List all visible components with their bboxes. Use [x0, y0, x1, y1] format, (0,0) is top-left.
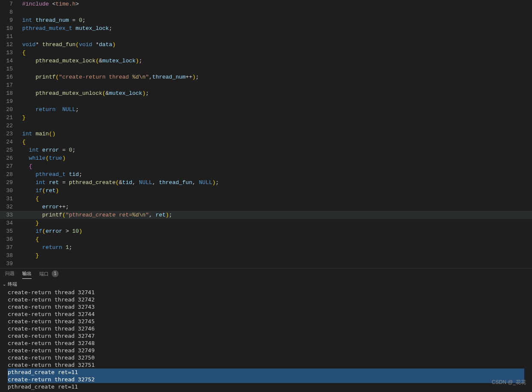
code-content: pthread_mutex_lock(&mutex_lock);: [22, 57, 532, 65]
code-content: pthread_mutex_unlock(&mutex_lock);: [22, 89, 532, 97]
terminal-line: create-return thread 32743: [8, 303, 524, 310]
line-number: 32: [0, 203, 22, 211]
terminal-section-header[interactable]: ⌄ 终端: [0, 280, 532, 288]
line-number: 25: [0, 146, 22, 154]
terminal-output[interactable]: create-return thread 32741create-return …: [0, 288, 532, 392]
code-line[interactable]: 23int main(): [0, 130, 532, 138]
code-content: void* thread_fun(void *data): [22, 41, 532, 49]
code-content: if(ret): [22, 187, 532, 195]
code-line[interactable]: 25 int error = 0;: [0, 146, 532, 154]
code-content: }: [22, 252, 532, 260]
code-line[interactable]: 37 return 1;: [0, 243, 532, 252]
terminal-line: create-return thread 32741: [8, 289, 524, 296]
badge-port-count: 1: [52, 270, 59, 277]
tab-output[interactable]: 输出: [22, 270, 32, 279]
code-line[interactable]: 20 return NULL;: [0, 105, 532, 114]
line-number: 35: [0, 227, 22, 235]
line-number: 16: [0, 73, 22, 81]
line-number: 26: [0, 154, 22, 162]
code-content: while(true): [22, 154, 532, 162]
code-content: int error = 0;: [22, 146, 532, 154]
code-line[interactable]: 34 }: [0, 219, 532, 227]
line-number: 15: [0, 65, 22, 73]
line-number: 9: [0, 16, 22, 24]
line-number: 21: [0, 114, 22, 122]
code-content: {: [22, 195, 532, 203]
code-line[interactable]: 9int thread_num = 0;: [0, 16, 532, 24]
code-line[interactable]: 29 int ret = pthread_create(&tid, NULL, …: [0, 178, 532, 187]
code-line[interactable]: 7#include <time.h>: [0, 0, 532, 8]
code-line[interactable]: 14 pthread_mutex_lock(&mutex_lock);: [0, 57, 532, 65]
tab-ports[interactable]: 端口 1: [39, 270, 59, 279]
code-line[interactable]: 32 error++;: [0, 203, 532, 211]
code-line[interactable]: 11: [0, 32, 532, 41]
code-content: {: [22, 138, 532, 146]
terminal-line: create-return thread 32745: [8, 318, 524, 325]
code-line[interactable]: 10pthread_mutex_t mutex_lock;: [0, 24, 532, 32]
terminal-line: pthread_create ret=11: [8, 383, 524, 390]
code-content: [22, 32, 532, 41]
code-line[interactable]: 17: [0, 81, 532, 89]
code-content: }: [22, 219, 532, 227]
line-number: 27: [0, 162, 22, 170]
code-content: return NULL;: [22, 105, 532, 114]
terminal-line: create-return thread 32752: [8, 376, 524, 383]
code-content: {: [22, 235, 532, 243]
code-content: int main(): [22, 130, 532, 138]
line-number: 13: [0, 49, 22, 57]
code-line[interactable]: 21}: [0, 114, 532, 122]
line-number: 17: [0, 81, 22, 89]
code-line[interactable]: 36 {: [0, 235, 532, 243]
line-number: 34: [0, 219, 22, 227]
line-number: 18: [0, 89, 22, 97]
line-number: 22: [0, 122, 22, 130]
terminal-line: create-return thread 32742: [8, 296, 524, 303]
panel-tabs: 问题 输出 端口 1: [0, 268, 532, 280]
code-line[interactable]: 35 if(error > 10): [0, 227, 532, 235]
code-line[interactable]: 30 if(ret): [0, 187, 532, 195]
terminal-line: create-return thread 32744: [8, 310, 524, 318]
code-content: int thread_num = 0;: [22, 16, 532, 24]
code-line[interactable]: 27 {: [0, 162, 532, 170]
code-content: [22, 97, 532, 105]
code-line[interactable]: 26 while(true): [0, 154, 532, 162]
line-number: 20: [0, 105, 22, 114]
code-line[interactable]: 12void* thread_fun(void *data): [0, 41, 532, 49]
code-line[interactable]: 8: [0, 8, 532, 16]
code-line[interactable]: 13{: [0, 49, 532, 57]
code-content: [22, 81, 532, 89]
line-number: 36: [0, 235, 22, 243]
line-number: 7: [0, 0, 22, 8]
code-line[interactable]: 18 pthread_mutex_unlock(&mutex_lock);: [0, 89, 532, 97]
code-content: [22, 65, 532, 73]
line-number: 31: [0, 195, 22, 203]
code-line[interactable]: 22: [0, 122, 532, 130]
code-line[interactable]: 15: [0, 65, 532, 73]
line-number: 19: [0, 97, 22, 105]
code-content: #include <time.h>: [22, 0, 532, 8]
code-content: }: [22, 114, 532, 122]
code-line[interactable]: 33 printf("pthread_create ret=%d\n", ret…: [0, 211, 532, 219]
line-number: 28: [0, 170, 22, 178]
code-line[interactable]: 24{: [0, 138, 532, 146]
code-content: {: [22, 162, 532, 170]
code-line[interactable]: 28 pthread_t tid;: [0, 170, 532, 178]
code-line[interactable]: 39: [0, 260, 532, 268]
code-line[interactable]: 19: [0, 97, 532, 105]
code-content: printf("pthread_create ret=%d\n", ret);: [22, 211, 532, 219]
line-number: 30: [0, 187, 22, 195]
code-line[interactable]: 16 printf("create-return thread %d\n",th…: [0, 73, 532, 81]
terminal-line: create-return thread 32751: [8, 361, 524, 369]
code-line[interactable]: 31 {: [0, 195, 532, 203]
code-content: pthread_mutex_t mutex_lock;: [22, 24, 532, 32]
line-number: 38: [0, 252, 22, 260]
tab-problems[interactable]: 问题: [5, 270, 15, 278]
terminal-line: create-return thread 32750: [8, 354, 524, 361]
line-number: 11: [0, 32, 22, 41]
line-number: 24: [0, 138, 22, 146]
code-content: error++;: [22, 203, 532, 211]
terminal-line: pthread_create ret=11: [8, 369, 524, 376]
code-editor[interactable]: 7#include <time.h>89int thread_num = 0;1…: [0, 0, 532, 268]
code-line[interactable]: 38 }: [0, 252, 532, 260]
terminal-label: 终端: [8, 281, 17, 287]
